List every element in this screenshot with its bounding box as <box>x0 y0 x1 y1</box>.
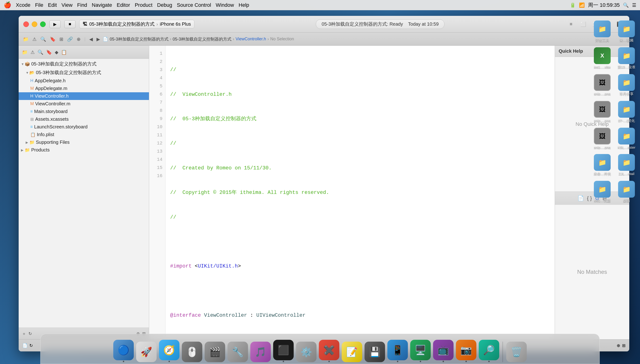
desktop-icon-snip2[interactable]: 🖼 snip….png <box>592 101 613 123</box>
sidebar-item-launchscreen[interactable]: ≡ LaunchScreen.storyboard <box>19 123 149 131</box>
folder07-icon: 📁 <box>618 101 635 118</box>
run-button[interactable]: ▶ <box>50 20 60 28</box>
desktop-icon-zjl[interactable]: 📁 ZJL…etail <box>616 154 637 176</box>
sidebar-search-icon[interactable]: 🔍 <box>38 50 43 55</box>
ksl-label: KSL…aster <box>618 146 636 150</box>
nav-warning-icon[interactable]: ⚠ <box>32 36 38 43</box>
dock-system-prefs[interactable]: ⚙️ <box>296 342 316 362</box>
dock-app4[interactable]: 📺 <box>433 340 454 362</box>
desktop-icon-snip3[interactable]: 🖼 snip….png <box>592 128 613 150</box>
dock-trash[interactable]: 🗑️ <box>506 342 527 362</box>
file-icon-assets: ⊞ <box>30 117 34 122</box>
dock-app6[interactable]: 🔎 <box>479 340 499 362</box>
code-content[interactable]: // // ViewController.h // 05-3种加载自定义控制器的… <box>166 46 555 339</box>
line-num-1: 1 <box>149 50 165 58</box>
desktop-icon-unnamed-folder[interactable]: 📁 未命…件夹 <box>592 154 613 176</box>
forward-button[interactable]: ▶ <box>96 36 101 43</box>
menu-window[interactable]: Window <box>216 2 234 8</box>
dock-launchpad[interactable]: 🚀 <box>136 342 156 362</box>
desktop-icon-dev-tools[interactable]: 📁 开发工具 <box>592 20 613 43</box>
stop-button[interactable]: ■ <box>64 20 76 28</box>
menu-view[interactable]: View <box>62 2 72 8</box>
desktop-icon-ios1[interactable]: 📁 ios1…试题 <box>592 181 613 203</box>
navigator-toggle[interactable]: ≡ <box>566 20 576 28</box>
xmind-dot <box>328 361 330 362</box>
sidebar-warning-icon[interactable]: ⚠ <box>30 50 35 55</box>
menu-debug[interactable]: Debug <box>157 2 172 8</box>
breadcrumb-file[interactable]: ViewController.h <box>236 36 266 42</box>
dock-itunes[interactable]: 🎵 <box>250 342 271 362</box>
nav-grid-icon[interactable]: ⊞ <box>58 36 64 43</box>
sidebar-item-products[interactable]: ▶ 📁 Products <box>19 146 149 154</box>
menu-product[interactable]: Product <box>135 2 152 8</box>
nav-history-icon[interactable]: ⊕ <box>76 36 82 43</box>
dock-app2[interactable]: 📱 <box>387 340 408 362</box>
sidebar-item-supporting-files[interactable]: ▶ 📁 Supporting Files <box>19 138 149 146</box>
menu-xcode[interactable]: Xcode <box>16 2 30 8</box>
code-editor[interactable]: 1 2 3 4 5 6 7 8 9 10 11 12 13 14 15 16 <box>149 46 555 339</box>
sidebar-item-assets[interactable]: ⊞ Assets.xcassets <box>19 115 149 123</box>
dock-tools[interactable]: 🔧 <box>228 342 248 362</box>
desktop-icon-video[interactable]: 📁 未…视频 <box>616 20 637 43</box>
dock-notes[interactable]: 📝 <box>342 342 362 362</box>
desktop-icon-snip1[interactable]: 🖼 snip….png <box>592 74 613 96</box>
sidebar-breakpoint-icon[interactable]: ◆ <box>55 50 58 55</box>
nav-bookmark-icon[interactable]: 🔖 <box>49 36 57 43</box>
sidebar-report-icon[interactable]: 📋 <box>61 50 67 55</box>
breadcrumb-part1[interactable]: 05-3种加载自定义控制器的方式 <box>110 36 168 42</box>
tree-group[interactable]: ▼ 📂 05-3种加载自定义控制器的方式 <box>19 68 149 77</box>
apple-menu[interactable]: 🍎 <box>4 2 11 8</box>
sidebar-item-appdelegate-h[interactable]: H AppDelegate.h <box>19 77 149 84</box>
menu-file[interactable]: File <box>35 2 43 8</box>
desktop-icon-desktop[interactable]: 📁 桌面 <box>616 181 637 203</box>
app2-dot <box>397 361 398 362</box>
sidebar-item-viewcontroller-h[interactable]: H ViewController.h <box>19 92 149 100</box>
menu-editor[interactable]: Editor <box>117 2 130 8</box>
supporting-toggle: ▶ <box>26 140 29 144</box>
menu-source-control[interactable]: Source Control <box>177 2 211 8</box>
nav-folder-icon[interactable]: 📁 <box>22 36 30 43</box>
menu-edit[interactable]: Edit <box>48 2 57 8</box>
scheme-selector[interactable]: 🏗 05-3种加载自定义控制器的方式 › iPhone 6s Plus <box>79 20 194 28</box>
back-button[interactable]: ◀ <box>88 36 94 43</box>
sidebar-folder-icon[interactable]: 📁 <box>22 50 28 55</box>
sidebar-bookmark-icon[interactable]: 🔖 <box>46 50 52 55</box>
menu-find[interactable]: Find <box>77 2 87 8</box>
xlsx-label: ios1….xlsx <box>594 65 611 69</box>
products-folder-icon: 📁 <box>25 148 30 153</box>
nav-link-icon[interactable]: 🔗 <box>66 36 74 43</box>
dock-mouse[interactable]: 🖱️ <box>182 342 202 362</box>
menubar-control-icon[interactable]: ☰ <box>632 2 636 8</box>
close-button[interactable] <box>23 22 29 27</box>
desktop-icon-xlsx[interactable]: X ios1….xlsx <box>592 47 613 70</box>
menu-navigate[interactable]: Navigate <box>92 2 112 8</box>
status-text: 05-3种加载自定义控制器的方式: Ready Today at 10:59 <box>316 19 444 29</box>
minimize-button[interactable] <box>32 22 37 27</box>
dock-safari[interactable]: 🧭 <box>159 340 180 362</box>
desktop-folder-icon: 📁 <box>618 181 635 198</box>
sidebar-item-appdelegate-m[interactable]: M AppDelegate.m <box>19 84 149 92</box>
dock-video[interactable]: 🎬 <box>205 342 225 362</box>
sidebar-item-main-storyboard[interactable]: ≡ Main.storyboard <box>19 108 149 115</box>
debug-toggle[interactable]: ⬜ <box>578 20 588 28</box>
dock-terminal[interactable]: ⬛ <box>273 340 294 362</box>
tree-root-project[interactable]: ▼ 📦 05-3种加载自定义控制器的方式 <box>19 60 149 68</box>
menu-help[interactable]: Help <box>239 2 249 8</box>
breadcrumb-part2[interactable]: 05-3种加载自定义控制器的方式 <box>173 36 232 42</box>
file-inspector-icon[interactable]: 📄 <box>578 195 584 201</box>
desktop-icon-ksl[interactable]: 📁 KSL…aster <box>616 128 637 150</box>
desktop-icon-folder07[interactable]: 📁 07-…(优化 <box>616 101 637 123</box>
code-line-3: // 05-3种加载自定义控制器的方式 <box>170 115 550 123</box>
dock-app3[interactable]: 🖥️ <box>410 340 431 362</box>
dock-app5[interactable]: 📷 <box>456 340 476 362</box>
sidebar-item-viewcontroller-m[interactable]: M ViewController.m <box>19 100 149 108</box>
sidebar-item-infoplist[interactable]: 📋 Info.plist <box>19 131 149 138</box>
menubar-search-icon[interactable]: 🔍 <box>623 2 629 8</box>
dock-xmind[interactable]: ✖️ <box>319 340 339 362</box>
dock-finder[interactable]: 🔵 <box>113 340 134 362</box>
maximize-button[interactable] <box>40 22 46 27</box>
desktop-icon-folder13[interactable]: 📁 第13…业准 <box>616 47 637 70</box>
dock-app1[interactable]: 💾 <box>364 342 385 362</box>
nav-search-icon[interactable]: 🔍 <box>40 36 47 43</box>
desktop-icon-folder-car[interactable]: 📁 车丹分享 <box>616 74 637 96</box>
